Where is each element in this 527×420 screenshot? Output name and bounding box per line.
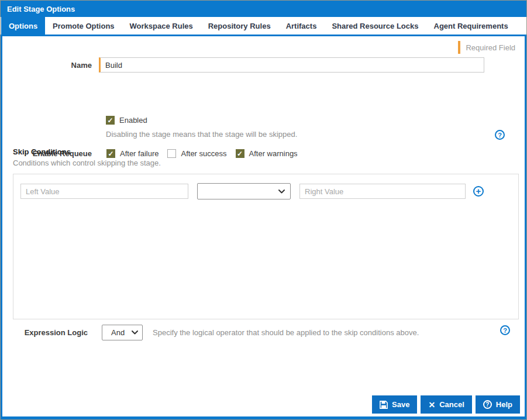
after-failure-label: After failure — [120, 149, 159, 158]
save-button-label: Save — [392, 400, 409, 409]
tab-artifacts[interactable]: Artifacts — [278, 17, 325, 35]
cancel-button[interactable]: ✕ Cancel — [421, 395, 471, 414]
expression-logic-label: Expression Logic — [2, 328, 95, 337]
check-icon: ✓ — [237, 150, 243, 157]
requeue-after-failure: ✓ After failure — [106, 149, 159, 158]
name-row: Name — [2, 57, 484, 73]
tab-shared-resource-locks[interactable]: Shared Resource Locks — [324, 17, 426, 35]
check-icon: ✓ — [107, 117, 113, 124]
enabled-note: Disabling the stage means that the stage… — [106, 130, 297, 139]
chevron-down-icon — [132, 331, 138, 335]
skip-conditions-title: Skip Conditions — [13, 147, 71, 156]
requeue-options: ✓ After failure ✓ After success ✓ After … — [106, 149, 298, 158]
tab-repository-rules[interactable]: Repository Rules — [201, 17, 278, 35]
required-field-legend: Required Field — [458, 40, 515, 54]
requeue-after-success: ✓ After success — [167, 149, 226, 158]
save-button[interactable]: Save — [372, 395, 417, 414]
after-success-checkbox[interactable]: ✓ — [167, 149, 176, 158]
skip-conditions-subtitle: Conditions which control skipping the st… — [13, 159, 161, 167]
tab-agent-requirements[interactable]: Agent Requirements — [426, 17, 516, 35]
dialog-frame: Edit Stage Options Options Promote Optio… — [0, 0, 527, 420]
skip-condition-row: + — [20, 183, 511, 199]
tab-workspace-rules[interactable]: Workspace Rules — [122, 17, 201, 35]
after-warnings-checkbox[interactable]: ✓ — [236, 149, 244, 158]
tab-promote-options[interactable]: Promote Options — [45, 17, 122, 35]
tab-bar: Options Promote Options Workspace Rules … — [1, 17, 526, 36]
required-field-label: Required Field — [466, 43, 515, 52]
required-field-bar — [458, 41, 460, 54]
cancel-x-icon: ✕ — [428, 400, 435, 409]
enabled-label: Enabled — [119, 116, 147, 125]
chevron-down-icon — [278, 190, 285, 194]
operator-select[interactable] — [197, 183, 291, 199]
check-icon: ✓ — [108, 150, 113, 157]
after-warnings-label: After warnings — [249, 149, 298, 158]
help-button-label: Help — [496, 400, 512, 409]
footer-buttons: Save ✕ Cancel ? Help — [372, 395, 520, 414]
edit-stage-options-dialog: Edit Stage Options Options Promote Optio… — [1, 1, 526, 419]
options-tab-content: Required Field Name ✓ Enabled Disabling … — [2, 36, 525, 416]
left-value-input[interactable] — [20, 184, 188, 199]
name-label: Name — [2, 61, 99, 70]
expression-logic-help-icon[interactable]: ? — [500, 325, 510, 335]
help-button[interactable]: ? Help — [476, 395, 520, 414]
after-failure-checkbox[interactable]: ✓ — [106, 149, 115, 158]
save-icon — [380, 401, 388, 409]
expression-logic-select[interactable]: And — [102, 325, 143, 340]
expression-logic-description: Specify the logical operator that should… — [153, 328, 419, 337]
expression-logic-value: And — [111, 328, 125, 337]
requeue-after-warnings: ✓ After warnings — [236, 149, 298, 158]
dialog-title: Edit Stage Options — [7, 5, 75, 13]
cancel-button-label: Cancel — [439, 400, 464, 409]
requeue-help-icon[interactable]: ? — [495, 130, 505, 140]
skip-conditions-panel: + — [13, 174, 519, 319]
expression-logic-row: Expression Logic And Specify the logical… — [2, 325, 419, 340]
help-icon: ? — [483, 400, 492, 409]
right-value-input[interactable] — [299, 184, 466, 199]
dialog-titlebar: Edit Stage Options — [1, 1, 526, 17]
after-success-label: After success — [181, 149, 226, 158]
enabled-row: ✓ Enabled — [106, 116, 147, 125]
add-condition-icon[interactable]: + — [473, 186, 484, 197]
name-input[interactable] — [99, 57, 484, 73]
enabled-checkbox[interactable]: ✓ — [106, 116, 115, 125]
tab-options[interactable]: Options — [1, 17, 45, 35]
